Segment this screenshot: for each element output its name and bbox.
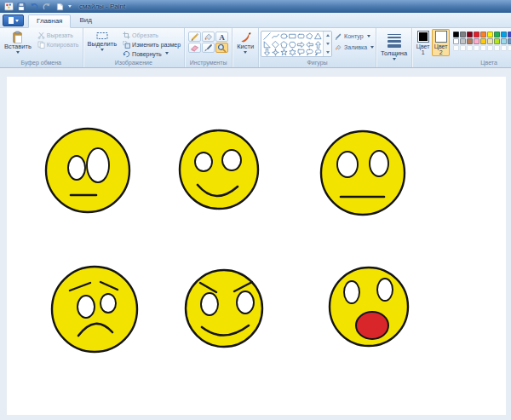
- smiley-sly: [186, 270, 262, 347]
- paint-menu-button[interactable]: [3, 14, 24, 26]
- colors-group-label: Цвета: [414, 59, 511, 67]
- shape-pentagon-button[interactable]: [279, 41, 288, 49]
- palette-swatch[interactable]: [501, 38, 507, 44]
- resize-button[interactable]: Изменить размер: [121, 40, 182, 49]
- magnifier-tool-button[interactable]: [215, 43, 228, 53]
- select-caret-icon: [100, 49, 104, 51]
- shape-left-arrow-button[interactable]: [305, 41, 313, 49]
- canvas-drawing: [7, 77, 506, 415]
- group-clipboard: Вставить Вырезать Копировать Буфер обмен…: [0, 28, 83, 67]
- brushes-button[interactable]: Кисти: [234, 29, 256, 55]
- palette-empty-slot[interactable]: [453, 45, 459, 51]
- tab-view[interactable]: Вид: [71, 14, 100, 27]
- shape-cloud-callout-button[interactable]: [313, 49, 322, 57]
- select-label: Выделить: [88, 41, 118, 48]
- outline-label: Контур: [344, 33, 363, 39]
- palette-swatch[interactable]: [508, 38, 511, 44]
- palette-swatch[interactable]: [474, 38, 479, 44]
- fill-bucket-icon: [335, 43, 342, 51]
- palette-swatch[interactable]: [453, 38, 459, 44]
- palette-empty-slot[interactable]: [487, 45, 493, 51]
- shape-line-button[interactable]: [262, 32, 271, 41]
- line-thickness-icon: [388, 34, 401, 48]
- color1-button[interactable]: Цвет 1: [414, 29, 432, 56]
- palette-swatch[interactable]: [460, 38, 466, 44]
- image-group-label: Изображение: [85, 59, 183, 67]
- qat-customize-button[interactable]: [68, 5, 72, 8]
- palette-swatch[interactable]: [487, 32, 493, 37]
- canvas-viewport: [0, 68, 511, 420]
- shapes-scroll-up-icon[interactable]: [326, 34, 330, 37]
- save-button[interactable]: [16, 2, 26, 12]
- outline-button[interactable]: Контур: [335, 32, 374, 40]
- ribbon-tab-row: Главная Вид: [0, 13, 511, 28]
- color-picker-tool-button[interactable]: [202, 43, 215, 53]
- svg-text:A: A: [219, 32, 225, 41]
- palette-swatch[interactable]: [474, 32, 479, 37]
- shape-six-point-star-button[interactable]: [288, 49, 296, 57]
- shape-down-arrow-button[interactable]: [262, 49, 271, 57]
- shape-rounded-callout-button[interactable]: [296, 49, 305, 57]
- palette-swatch[interactable]: [460, 32, 466, 37]
- shape-rectangle-button[interactable]: [288, 32, 296, 41]
- shapes-grid: [261, 32, 323, 56]
- palette-empty-slot[interactable]: [494, 45, 500, 51]
- paint-window: смайлы - Paint Главная Вид Вставить: [0, 0, 511, 420]
- color2-button[interactable]: Цвет 2: [432, 29, 450, 56]
- shape-fill-button[interactable]: Заливка: [335, 43, 374, 51]
- palette-empty-slot[interactable]: [508, 45, 511, 51]
- palette-swatch[interactable]: [467, 38, 473, 44]
- select-button[interactable]: Выделить: [85, 29, 120, 52]
- undo-button[interactable]: [29, 2, 39, 12]
- shape-oval-button[interactable]: [279, 32, 288, 41]
- pencil-tool-button[interactable]: [188, 32, 201, 42]
- menu-page-icon: [9, 17, 14, 24]
- palette-empty-slot[interactable]: [474, 45, 479, 51]
- tab-home[interactable]: Главная: [28, 14, 71, 28]
- palette-swatch[interactable]: [494, 32, 500, 37]
- shape-triangle-button[interactable]: [313, 32, 322, 41]
- palette-swatch[interactable]: [487, 38, 493, 44]
- rotate-button[interactable]: Повернуть: [121, 49, 182, 58]
- palette-swatch[interactable]: [508, 32, 511, 37]
- redo-button[interactable]: [42, 2, 52, 12]
- palette-empty-slot[interactable]: [460, 45, 466, 51]
- palette-empty-slot[interactable]: [480, 45, 486, 51]
- shape-polygon-button[interactable]: [305, 32, 313, 41]
- paste-button[interactable]: Вставить: [2, 29, 34, 55]
- brush-icon: [238, 31, 252, 43]
- eraser-tool-button[interactable]: [188, 43, 201, 53]
- shape-curve-button[interactable]: [271, 32, 279, 41]
- palette-empty-slot[interactable]: [501, 45, 507, 51]
- crop-button[interactable]: Обрезать: [121, 31, 182, 39]
- palette-swatch[interactable]: [480, 38, 486, 44]
- brushes-caret-icon: [244, 51, 247, 54]
- shape-right-arrow-button[interactable]: [296, 41, 305, 49]
- drawing-canvas[interactable]: [7, 77, 506, 415]
- size-button[interactable]: Толщина: [378, 29, 410, 61]
- shapes-panel: [261, 31, 332, 57]
- shape-right-triangle-button[interactable]: [262, 41, 271, 49]
- shape-oval-callout-button[interactable]: [305, 49, 313, 57]
- shape-rounded-rectangle-button[interactable]: [296, 32, 305, 41]
- palette-swatch[interactable]: [467, 32, 473, 37]
- shapes-scroll-down-icon[interactable]: [326, 43, 330, 45]
- fill-tool-button[interactable]: [202, 32, 215, 42]
- palette-swatch[interactable]: [501, 32, 507, 37]
- cut-label: Вырезать: [47, 32, 73, 38]
- outline-caret-icon: [367, 35, 370, 37]
- cut-button[interactable]: Вырезать: [36, 31, 81, 39]
- palette-swatch[interactable]: [480, 32, 486, 37]
- palette-swatch[interactable]: [494, 38, 500, 44]
- shape-up-arrow-button[interactable]: [313, 41, 322, 49]
- shape-five-point-star-button[interactable]: [279, 49, 288, 57]
- palette-empty-slot[interactable]: [467, 45, 473, 51]
- shape-hexagon-button[interactable]: [288, 41, 296, 49]
- shape-four-point-star-button[interactable]: [271, 49, 279, 57]
- palette-swatch[interactable]: [453, 32, 459, 37]
- text-tool-button[interactable]: A: [215, 32, 228, 42]
- copy-button[interactable]: Копировать: [36, 40, 81, 49]
- shape-diamond-button[interactable]: [271, 41, 279, 49]
- copy-icon: [37, 41, 45, 49]
- shapes-more-icon[interactable]: [326, 51, 330, 54]
